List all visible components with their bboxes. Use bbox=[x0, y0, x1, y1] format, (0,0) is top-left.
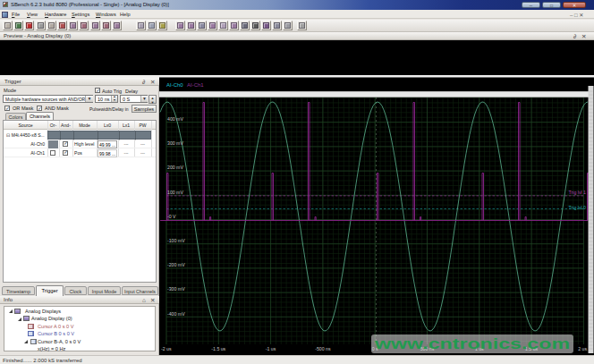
svg-text:-200 mV: -200 mV bbox=[167, 262, 185, 267]
svg-text:-400 mV: -400 mV bbox=[167, 311, 185, 317]
svg-text:-1.5 us: -1.5 us bbox=[211, 346, 225, 351]
svg-text:AI-Ch1: AI-Ch1 bbox=[187, 82, 204, 88]
svg-text:-2 us: -2 us bbox=[161, 346, 172, 351]
svg-text:www.cntronics.com: www.cntronics.com bbox=[374, 335, 570, 352]
svg-text:2 us: 2 us bbox=[578, 346, 587, 351]
svg-text:-0 V: -0 V bbox=[167, 214, 176, 219]
svg-text:400 mV: 400 mV bbox=[167, 116, 183, 122]
svg-text:200 mV: 200 mV bbox=[167, 165, 183, 170]
svg-text:100 mV: 100 mV bbox=[167, 190, 183, 195]
svg-text:Trig lvl 0: Trig lvl 0 bbox=[569, 205, 587, 210]
svg-text:Trig lvl 1: Trig lvl 1 bbox=[569, 190, 587, 195]
svg-text:-300 mV: -300 mV bbox=[167, 286, 185, 292]
svg-text:-1 us: -1 us bbox=[266, 346, 276, 351]
svg-text:-500 ns: -500 ns bbox=[315, 346, 331, 351]
svg-text:-100 mV: -100 mV bbox=[167, 238, 185, 243]
svg-text:300 mV: 300 mV bbox=[167, 140, 183, 146]
svg-text:AI-Ch0: AI-Ch0 bbox=[166, 82, 183, 88]
